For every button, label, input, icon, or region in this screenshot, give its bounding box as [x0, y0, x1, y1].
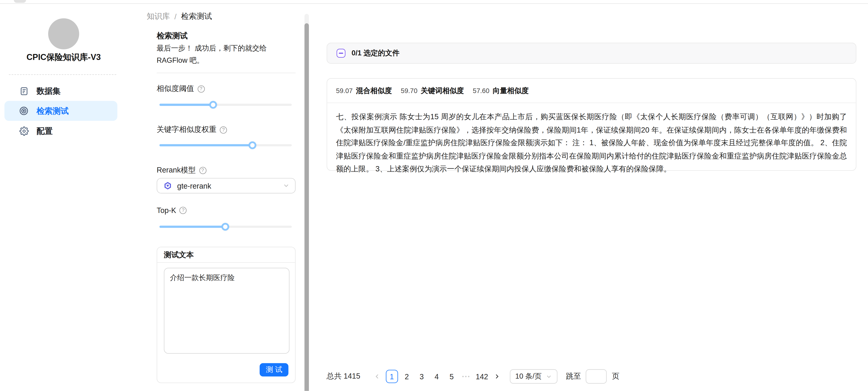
- page-button-2[interactable]: 2: [401, 370, 413, 383]
- page-button-142[interactable]: 142: [476, 370, 488, 383]
- keyword-score-value: 59.70: [401, 87, 417, 95]
- indeterminate-checkbox-icon[interactable]: [337, 49, 345, 58]
- help-icon[interactable]: ?: [220, 126, 227, 133]
- jump-to-page-input[interactable]: [586, 369, 607, 384]
- sidebar-item-dataset[interactable]: 数据集: [4, 81, 117, 101]
- similarity-threshold-slider[interactable]: [159, 101, 292, 109]
- slider-fill: [159, 144, 252, 146]
- test-text-card-title: 测试文本: [157, 247, 295, 263]
- sidebar-item-label: 配置: [36, 125, 53, 136]
- sidebar-item-retrieval-test[interactable]: 检索测试: [4, 101, 117, 121]
- slider-fill: [159, 226, 225, 228]
- retrieval-test-page: CPIC保险知识库-V3 数据集 检索测试: [0, 0, 868, 391]
- breadcrumb-knowledge-base[interactable]: 知识库: [147, 12, 170, 22]
- retrieval-target-icon: [19, 106, 29, 116]
- top-k-label: Top-K ?: [157, 206, 187, 215]
- rerank-model-logo: [163, 181, 173, 191]
- sidebar-divider: [9, 74, 116, 75]
- result-score-row: 59.07 混合相似度 59.70 关键词相似度 57.60 向量相似度: [327, 79, 856, 103]
- breadcrumb: 知识库 / 检索测试: [147, 12, 212, 22]
- vector-score-value: 57.60: [473, 87, 489, 95]
- hybrid-score-label: 混合相似度: [356, 86, 392, 95]
- test-text-input[interactable]: 介绍一款长期医疗险: [164, 268, 289, 354]
- slider-handle[interactable]: [249, 141, 256, 149]
- page-size-value: 10 条/页: [515, 371, 541, 381]
- keyword-weight-label: 关键字相似度权重 ?: [157, 125, 227, 135]
- rerank-model-select[interactable]: gte-rerank: [157, 178, 296, 194]
- selected-files-bar: 0/1 选定的文件: [327, 43, 857, 64]
- panel-divider: [157, 73, 296, 73]
- panel-description: 最后一步！ 成功后，剩下的就交给 RAGFlow 吧。: [157, 42, 296, 66]
- keyword-score-label: 关键词相似度: [421, 86, 464, 95]
- selected-files-text: 0/1 选定的文件: [351, 48, 399, 58]
- test-text-card: 测试文本 介绍一款长期医疗险 测 试: [157, 247, 296, 383]
- knowledge-base-avatar: [48, 18, 79, 49]
- knowledge-base-title: CPIC保险知识库-V3: [0, 52, 127, 63]
- help-icon[interactable]: ?: [180, 207, 187, 214]
- top-edge-remnant: [14, 0, 26, 3]
- sidebar-item-configuration[interactable]: 配置: [4, 121, 117, 141]
- panel-scrollbar-thumb[interactable]: [304, 23, 309, 391]
- vector-score-label: 向量相似度: [493, 86, 529, 95]
- page-size-select[interactable]: 10 条/页: [510, 369, 558, 384]
- rerank-model-label: Rerank模型 ?: [157, 165, 206, 175]
- help-icon[interactable]: ?: [199, 167, 206, 174]
- top-k-slider[interactable]: [159, 223, 292, 231]
- page-button-4[interactable]: 4: [431, 370, 443, 383]
- breadcrumb-current: 检索测试: [181, 12, 212, 22]
- pagination-ellipsis[interactable]: •••: [462, 374, 471, 379]
- pagination-total: 总共 1415: [327, 371, 360, 381]
- jump-page-suffix: 页: [612, 371, 620, 381]
- dataset-icon: [19, 86, 29, 96]
- rerank-model-value: gte-rerank: [177, 181, 211, 190]
- top-border-line: [0, 3, 868, 4]
- breadcrumb-separator: /: [174, 12, 177, 21]
- panel-title: 检索测试: [157, 31, 188, 41]
- result-chunk-text: 七、投保案例演示 陈女士为15 周岁的女儿在本产品上市后，购买蓝医保长期医疗险（…: [327, 103, 856, 175]
- slider-handle[interactable]: [209, 101, 217, 109]
- page-button-1[interactable]: 1: [386, 370, 398, 383]
- previous-page-icon[interactable]: [373, 372, 381, 381]
- similarity-threshold-label: 相似度阈值 ?: [157, 84, 205, 93]
- sidebar-item-label: 检索测试: [36, 106, 69, 116]
- keyword-weight-slider[interactable]: [159, 141, 292, 149]
- help-icon[interactable]: ?: [197, 85, 205, 92]
- sidebar-item-label: 数据集: [36, 86, 61, 96]
- test-button[interactable]: 测 试: [260, 363, 288, 376]
- result-card: 59.07 混合相似度 59.70 关键词相似度 57.60 向量相似度 七、投…: [327, 78, 857, 171]
- slider-handle[interactable]: [221, 223, 229, 231]
- pagination: 总共 1415 1 2 3 4 5 ••• 142 10 条/页 跳至 页: [327, 369, 857, 384]
- sidebar-menu: 数据集 检索测试 配置: [4, 81, 117, 141]
- page-button-3[interactable]: 3: [416, 370, 428, 383]
- slider-fill: [159, 104, 213, 106]
- hybrid-score-value: 59.07: [336, 87, 352, 95]
- jump-to-label: 跳至: [566, 371, 581, 381]
- next-page-icon[interactable]: [493, 372, 501, 381]
- chevron-down-icon: [283, 183, 289, 189]
- page-button-5[interactable]: 5: [445, 370, 458, 383]
- gear-icon: [19, 126, 29, 136]
